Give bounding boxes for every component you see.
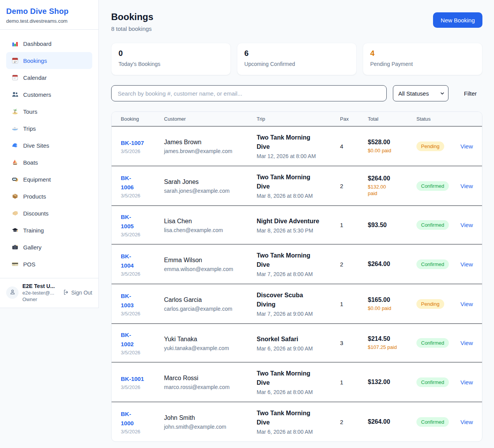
trip-datetime: Mar 12, 2026 at 8:00 AM (257, 153, 339, 159)
view-link[interactable]: View (460, 301, 473, 307)
total-amount: $165.00 (368, 296, 416, 303)
pax-value: 1 (340, 379, 367, 386)
sidebar-item-bookings[interactable]: 17Bookings (6, 52, 92, 69)
total-amount: $264.00 (368, 175, 416, 182)
view-link[interactable]: View (460, 143, 473, 150)
status-badge: Confirmed (416, 181, 449, 191)
table-row: BK- 1000 3/5/2026 John Smith john.smith@… (112, 402, 482, 441)
filter-button[interactable]: Filter (459, 87, 481, 100)
booking-number-link[interactable]: BK- 1004 (121, 252, 163, 270)
view-link[interactable]: View (460, 419, 473, 425)
booking-number-link[interactable]: BK- 1003 (121, 291, 163, 310)
sidebar-item-products[interactable]: Products (6, 188, 92, 205)
sidebar-item-label: Products (23, 193, 46, 200)
wave-icon (12, 142, 19, 149)
customer-name: Yuki Tanaka (164, 335, 256, 344)
sidebar-item-gallery[interactable]: Gallery (6, 239, 92, 256)
diving-mask-icon (12, 176, 19, 183)
camera-icon (12, 244, 19, 251)
column-header-status: Status (416, 116, 460, 122)
booking-number-link[interactable]: BK-1001 (121, 374, 163, 384)
new-booking-button[interactable]: New Booking (433, 12, 482, 28)
booking-date: 3/5/2026 (121, 429, 163, 435)
booking-cell: BK- 1006 3/5/2026 (121, 173, 163, 199)
booking-cell: BK-1001 3/5/2026 (121, 374, 163, 390)
status-cell: Confirmed (416, 220, 460, 230)
sidebar-item-customers[interactable]: Customers (6, 86, 92, 103)
status-cell: Pending (416, 141, 460, 151)
status-badge: Confirmed (416, 417, 449, 427)
column-header-booking: Booking (121, 116, 163, 122)
sidebar-item-discounts[interactable]: Discounts (6, 205, 92, 222)
status-cell: Confirmed (416, 377, 460, 387)
sidebar-item-boats[interactable]: Boats (6, 154, 92, 171)
trip-name: Two Tank Morning Dive (257, 369, 339, 387)
view-link[interactable]: View (460, 379, 473, 386)
trip-datetime: Mar 8, 2026 at 5:30 PM (257, 227, 339, 234)
users-icon (12, 91, 19, 98)
customer-cell: James Brown james.brown@example.com (164, 138, 256, 154)
status-select[interactable]: All Statuses (393, 85, 448, 101)
bar-chart-icon (12, 40, 19, 47)
table-row: BK- 1005 3/5/2026 Lisa Chen lisa.chen@ex… (112, 206, 482, 244)
stat-label: Pending Payment (370, 61, 475, 67)
stat-cards: 0Today's Bookings6Upcoming Confirmed4Pen… (111, 43, 482, 75)
customer-email: sarah.jones@example.com (164, 188, 256, 194)
pax-value: 4 (340, 143, 367, 150)
status-badge: Pending (416, 299, 444, 309)
view-link[interactable]: View (460, 183, 473, 189)
booking-cell: BK- 1005 3/5/2026 (121, 212, 163, 237)
table-row: BK- 1002 3/5/2026 Yuki Tanaka yuki.tanak… (112, 324, 482, 362)
total-cell: $264.00 (368, 261, 416, 268)
booking-number-link[interactable]: BK- 1000 (121, 409, 163, 428)
trip-datetime: Mar 6, 2026 at 8:00 AM (257, 429, 339, 435)
pax-value: 1 (340, 222, 367, 228)
customer-email: yuki.tanaka@example.com (164, 345, 256, 351)
calendar-date-icon: 17 (12, 57, 19, 64)
stat-label: Upcoming Confirmed (244, 61, 349, 67)
paid-amount: $132.00 paid (368, 184, 416, 197)
stat-value: 0 (118, 49, 223, 58)
sidebar-item-equipment[interactable]: Equipment (6, 171, 92, 188)
brand-domain: demo.test.divestreams.com (6, 18, 92, 24)
sidebar-item-tours[interactable]: Tours (6, 103, 92, 120)
sign-out-button[interactable]: Sign Out (63, 289, 92, 296)
total-amount: $132.00 (368, 379, 416, 386)
status-badge: Confirmed (416, 377, 449, 387)
view-link[interactable]: View (460, 261, 473, 268)
sidebar-item-dashboard[interactable]: Dashboard (6, 35, 92, 52)
booking-number-link[interactable]: BK- 1005 (121, 212, 163, 231)
status-cell: Pending (416, 299, 460, 309)
view-link[interactable]: View (460, 222, 473, 228)
sidebar-item-calendar[interactable]: Calendar (6, 69, 92, 86)
pax-value: 2 (340, 183, 367, 189)
booking-number-link[interactable]: BK- 1006 (121, 173, 163, 192)
total-cell: $132.00 (368, 379, 416, 386)
status-cell: Confirmed (416, 417, 460, 427)
view-link[interactable]: View (460, 340, 473, 346)
status-badge: Confirmed (416, 220, 449, 230)
sidebar-user-footer: E2E Test U... e2e-tester@... Owner Sign … (0, 278, 98, 308)
sidebar-item-training[interactable]: Training (6, 222, 92, 239)
pax-value: 2 (340, 419, 367, 425)
sidebar-item-dive-sites[interactable]: Dive Sites (6, 137, 92, 154)
booking-number-link[interactable]: BK-1007 (121, 138, 163, 148)
search-input[interactable] (111, 85, 387, 101)
sidebar-item-pos[interactable]: POS (6, 256, 92, 273)
sidebar-item-trips[interactable]: Trips (6, 120, 92, 137)
status-badge: Confirmed (416, 338, 449, 348)
booking-cell: BK- 1002 3/5/2026 (121, 330, 163, 355)
paid-amount: $0.00 paid (368, 147, 416, 154)
stat-value: 4 (370, 49, 475, 58)
customer-email: james.brown@example.com (164, 148, 256, 154)
sidebar-nav: Dashboard17BookingsCalendarCustomersTour… (0, 30, 98, 276)
main-content: Bookings 8 total bookings New Booking 0T… (99, 0, 494, 442)
booking-cell: BK- 1004 3/5/2026 (121, 252, 163, 277)
sidebar-item-label: Bookings (23, 57, 47, 64)
booking-number-link[interactable]: BK- 1002 (121, 330, 163, 349)
sidebar: Demo Dive Shop demo.test.divestreams.com… (0, 0, 99, 308)
trip-name: Two Tank Morning Dive (257, 173, 339, 191)
table-row: BK- 1004 3/5/2026 Emma Wilson emma.wilso… (112, 244, 482, 284)
sidebar-item-label: Tours (23, 108, 37, 115)
trip-name: Two Tank Morning Dive (257, 251, 339, 269)
